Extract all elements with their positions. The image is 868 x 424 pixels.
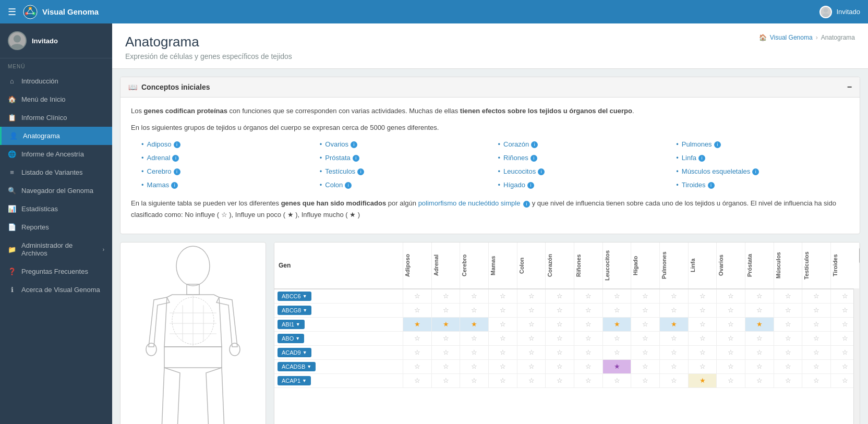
sidebar-item-label: Listado de Variantes [21,168,83,176]
organ-colon[interactable]: Colon i [320,179,493,191]
hamburger-menu[interactable]: ☰ [8,6,16,18]
table-row: ABCG8 ▼☆☆☆☆☆☆☆☆☆☆☆☆☆☆☆☆ [274,303,860,317]
star-empty: ☆ [528,306,535,314]
gene-button[interactable]: ABCG8 ▼ [278,306,311,315]
sidebar-item-informe-ancestria[interactable]: 🌐 Informe de Ancestría [0,145,112,163]
table-wrapper[interactable]: Gen Adiposo Adrenal Cerebro Mamas Colon … [274,243,860,388]
organ-higado[interactable]: Hígado i [498,179,671,191]
gene-button[interactable]: ABO ▼ [278,334,304,343]
star-empty: ☆ [500,306,506,314]
star-empty: ☆ [443,348,449,356]
snp-link[interactable]: polimorfismo de nucleótido simple i [418,199,530,207]
sidebar-item-estadisticas[interactable]: 📊 Estadísticas [0,200,112,218]
star-empty: ☆ [728,362,734,370]
chevron-right-icon: › [103,247,104,252]
organ-rinones[interactable]: Riñones i [498,152,671,164]
folder-icon: 📁 [8,246,16,253]
star-empty: ☆ [728,292,734,300]
gene-value-cell: ☆ [774,289,802,304]
sidebar-item-acerca[interactable]: ℹ Acerca de Visual Genoma [0,281,112,299]
organ-tiroides[interactable]: Tiroides i [676,179,849,191]
concepts-panel-header: 📖 Conceptos iniciales − [120,77,860,98]
organ-musculos[interactable]: Músculos esqueletales i [676,166,849,177]
gene-value-cell: ☆ [717,289,745,304]
organ-adiposo[interactable]: Adiposo i [141,139,315,150]
table-row: ABO ▼☆☆☆☆☆☆☆☆☆☆☆☆☆☆☆☆ [274,331,860,345]
concepts-text2: En los siguientes grupos de tejidos u ór… [131,122,849,134]
organ-corazon[interactable]: Corazón i [498,139,671,150]
organ-pulmones[interactable]: Pulmones i [676,139,849,150]
gene-value-cell: ☆ [660,289,689,304]
sidebar-item-navegador-genoma[interactable]: 🔍 Navegador del Genoma [0,181,112,200]
gene-button[interactable]: ACAP1 ▼ [278,376,311,385]
gene-value-cell: ☆ [431,303,460,317]
sidebar-item-reportes[interactable]: 📄 Reportes [0,218,112,236]
star-empty: ☆ [671,348,677,356]
gene-table: Gen Adiposo Adrenal Cerebro Mamas Colon … [274,243,860,388]
organ-testiculos[interactable]: Testículos i [320,166,493,177]
gene-value-cell: ★ [403,317,432,331]
col-colon: Colon [517,243,546,289]
gene-value-cell: ☆ [688,359,717,373]
sidebar-item-preguntas[interactable]: ❓ Preguntas Frecuentes [0,262,112,281]
breadcrumb-separator: › [816,34,818,41]
star-empty: ☆ [557,292,563,300]
col-linfa: Linfa [688,243,717,289]
house-icon: 🏠 [8,95,16,103]
breadcrumb-home[interactable]: Visual Genoma [770,34,813,41]
star-empty: ☆ [528,292,535,300]
gene-button[interactable]: ABI1 ▼ [278,320,305,329]
star-empty: ☆ [842,348,848,356]
gene-button[interactable]: ABCC6 ▼ [278,292,311,301]
star-empty: ☆ [728,348,734,356]
globe-icon: 🌐 [8,150,16,158]
organ-leucocitos[interactable]: Leucocitos i [498,166,671,177]
col-adrenal: Adrenal [431,243,460,289]
gene-button[interactable]: ACAD9 ▼ [278,348,311,357]
star-empty: ☆ [842,306,848,314]
gene-value-cell: ☆ [660,373,689,387]
gene-value-cell: ☆ [546,317,574,331]
table-row: ABCC6 ▼☆☆☆☆☆☆☆☆☆☆☆☆☆☆☆☆ [274,289,860,304]
sidebar-item-informe-clinico[interactable]: 📋 Informe Clínico [0,108,112,127]
sidebar-item-admin-archivos[interactable]: 📁 Administrador de Archivos › [0,236,112,262]
star-empty: ☆ [614,306,620,314]
gene-name-cell: ABCC6 ▼ [274,289,403,304]
star-empty: ☆ [785,320,791,328]
sidebar-item-anatograma[interactable]: 👤 Anatograma [0,127,112,145]
organ-prostata[interactable]: Próstata i [320,152,493,164]
star-empty: ☆ [785,334,791,342]
star-empty: ☆ [557,377,563,384]
gene-value-cell: ☆ [431,331,460,345]
gene-value-cell: ☆ [660,359,689,373]
gene-name-cell: ACAD9 ▼ [274,345,403,359]
sidebar-item-introduccion[interactable]: ⌂ Introducción [0,72,112,90]
breadcrumb-current: Anatograma [821,34,855,41]
organ-adrenal[interactable]: Adrenal i [141,152,315,164]
gene-value-cell: ☆ [774,317,802,331]
gene-value-cell: ☆ [745,289,774,304]
gene-name-cell: ABO ▼ [274,331,403,345]
gene-value-cell: ☆ [717,331,745,345]
sidebar-user-section: Invitado [0,23,112,58]
star-empty: ☆ [700,292,706,300]
gene-value-cell: ☆ [688,331,717,345]
organ-ovarios[interactable]: Ovarios i [320,139,493,150]
gene-value-cell: ☆ [688,317,717,331]
organ-linfa[interactable]: Linfa i [676,152,849,164]
search-icon: 🔍 [8,187,16,195]
sidebar-item-menu-inicio[interactable]: 🏠 Menú de Inicio [0,90,112,108]
gene-value-cell: ☆ [774,359,802,373]
svg-point-9 [14,35,21,42]
star-empty: ☆ [842,334,848,342]
gene-value-cell: ☆ [631,359,660,373]
star-empty: ☆ [728,377,734,384]
gene-value-cell: ☆ [602,373,631,387]
organ-mamas[interactable]: Mamas i [141,179,315,191]
star-empty: ☆ [585,320,592,328]
sidebar-item-listado-variantes[interactable]: ≡ Listado de Variantes [0,163,112,181]
collapse-button[interactable]: − [847,82,852,92]
col-mamas: Mamas [489,243,517,289]
gene-button[interactable]: ACADSB ▼ [278,362,316,371]
organ-cerebro[interactable]: Cerebro i [141,166,315,177]
